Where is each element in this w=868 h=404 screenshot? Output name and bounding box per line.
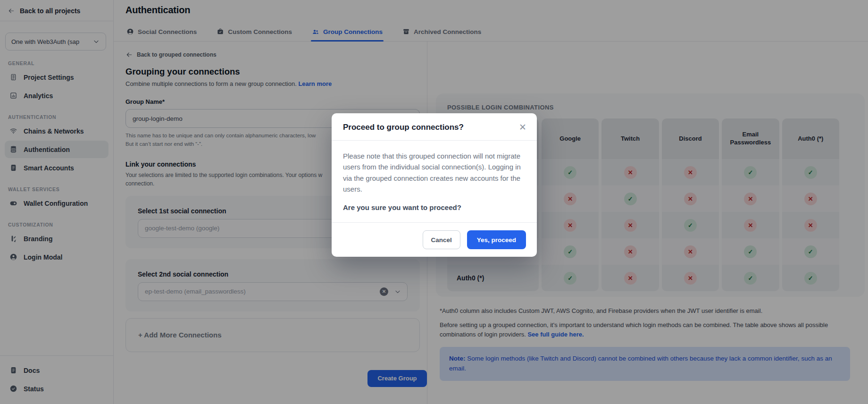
- modal-footer: Cancel Yes, proceed: [332, 222, 537, 257]
- proceed-modal: Proceed to group connections? ✕ Please n…: [332, 113, 537, 257]
- modal-message: Please note that this grouped connection…: [343, 151, 526, 194]
- modal-question: Are you sure you want to proceed?: [343, 203, 526, 211]
- modal-body: Please note that this grouped connection…: [332, 141, 537, 222]
- confirm-button[interactable]: Yes, proceed: [467, 230, 526, 249]
- modal-title: Proceed to group connections?: [343, 123, 464, 132]
- cancel-button[interactable]: Cancel: [423, 230, 460, 249]
- modal-header: Proceed to group connections? ✕: [332, 113, 537, 141]
- close-icon[interactable]: ✕: [518, 123, 527, 132]
